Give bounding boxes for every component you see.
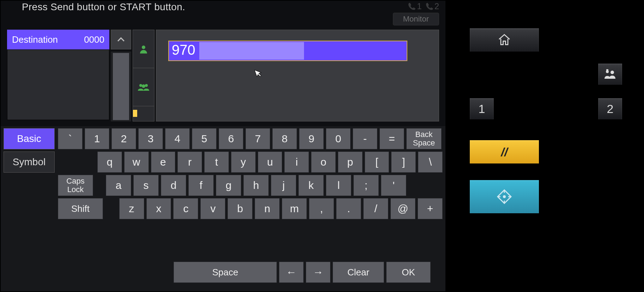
home-button[interactable] (469, 28, 540, 52)
key-slash[interactable]: / (363, 198, 388, 219)
key-j[interactable]: j (271, 175, 296, 196)
key-a[interactable]: a (106, 175, 131, 196)
keyboard-tab-basic[interactable]: Basic (4, 128, 55, 149)
key-bracket-close[interactable]: ] (391, 151, 416, 173)
key-backspace-label2: Space (413, 139, 435, 147)
key-capslock-label2: Lock (67, 185, 84, 194)
key-p[interactable]: p (338, 151, 363, 173)
main-touch-panel: Press Send button or START button. 1 2 M… (0, 0, 446, 292)
contacts-tabs (133, 30, 154, 121)
key-semicolon[interactable]: ; (353, 175, 379, 196)
key-shift[interactable]: Shift (58, 198, 103, 219)
key-m[interactable]: m (282, 198, 307, 219)
key-v[interactable]: v (200, 198, 225, 219)
key-clear[interactable]: Clear (333, 262, 384, 283)
key-8[interactable]: 8 (272, 128, 297, 149)
svg-point-3 (142, 84, 145, 88)
key-s[interactable]: s (133, 175, 159, 196)
key-5[interactable]: 5 (192, 128, 217, 149)
key-backtick[interactable]: ` (58, 128, 83, 149)
key-backslash[interactable]: \ (418, 151, 443, 173)
active-tab-marker (133, 110, 137, 117)
key-q[interactable]: q (97, 151, 122, 173)
key-e[interactable]: e (151, 151, 176, 173)
key-comma[interactable]: , (309, 198, 334, 219)
preset-1-button[interactable]: 1 (469, 97, 494, 120)
key-at[interactable]: @ (390, 198, 415, 219)
hardware-side-panel: 1 2 // (446, 0, 644, 292)
key-z[interactable]: z (119, 198, 144, 219)
key-arrow-right[interactable]: → (306, 262, 330, 283)
home-icon (497, 33, 511, 47)
key-bracket-open[interactable]: [ (365, 151, 389, 173)
destination-header[interactable]: Destination 0000 (7, 30, 109, 49)
monitor-button[interactable]: Monitor (393, 13, 439, 25)
kb-row-1: ` 1 2 3 4 5 6 7 8 9 0 - = Back Space (58, 128, 443, 149)
keyboard-rows: ` 1 2 3 4 5 6 7 8 9 0 - = Back Space (58, 128, 443, 219)
kb-row-2: q w e r t y u i o p [ ] \ (97, 151, 443, 173)
key-space[interactable]: Space (174, 262, 277, 283)
contact-tab-single[interactable] (133, 30, 154, 68)
key-c[interactable]: c (173, 198, 198, 219)
destination-list (7, 49, 109, 120)
key-u[interactable]: u (258, 151, 282, 173)
line1-label: 1 (417, 1, 421, 11)
key-apostrophe[interactable]: ' (381, 175, 406, 196)
accessibility-button[interactable] (597, 63, 623, 85)
contact-tab-group[interactable] (133, 68, 154, 106)
chevron-up-icon (117, 36, 125, 43)
key-l[interactable]: l (326, 175, 351, 196)
key-equals[interactable]: = (379, 128, 404, 149)
kb-row-3: Caps Lock a s d f g h j k l ; ' (58, 175, 443, 196)
key-arrow-left[interactable]: ← (279, 262, 304, 283)
key-4[interactable]: 4 (165, 128, 190, 149)
people-key-icon (604, 69, 616, 79)
reset-button[interactable]: // (469, 139, 540, 164)
key-w[interactable]: w (124, 151, 149, 173)
key-ok[interactable]: OK (386, 262, 431, 283)
number-input-field[interactable]: 970 (168, 41, 407, 61)
top-right-cluster: 1 2 Monitor (393, 1, 439, 25)
key-b[interactable]: b (227, 198, 253, 219)
key-x[interactable]: x (146, 198, 171, 219)
key-backspace[interactable]: Back Space (406, 128, 442, 149)
key-capslock[interactable]: Caps Lock (58, 175, 93, 196)
key-n[interactable]: n (255, 198, 280, 219)
key-plus[interactable]: + (418, 198, 443, 219)
start-button[interactable] (469, 179, 540, 214)
instruction-text: Press Send button or START button. (22, 1, 185, 13)
key-backspace-label1: Back (415, 130, 433, 139)
key-t[interactable]: t (204, 151, 229, 173)
preset-2-button[interactable]: 2 (597, 97, 623, 120)
scroll-up-button[interactable] (111, 30, 131, 49)
key-g[interactable]: g (216, 175, 241, 196)
key-r[interactable]: r (177, 151, 202, 173)
scroll-thumb[interactable] (113, 53, 129, 120)
line1-indicator: 1 (408, 1, 421, 11)
destination-label: Destination (12, 34, 58, 45)
key-0[interactable]: 0 (326, 128, 351, 149)
key-k[interactable]: k (298, 175, 324, 196)
key-d[interactable]: d (161, 175, 186, 196)
key-1[interactable]: 1 (85, 128, 109, 149)
key-y[interactable]: y (231, 151, 256, 173)
scroll-track[interactable] (111, 52, 131, 121)
key-minus[interactable]: - (353, 128, 377, 149)
key-period[interactable]: . (336, 198, 361, 219)
number-input-value: 970 (172, 42, 195, 58)
key-h[interactable]: h (243, 175, 269, 196)
key-9[interactable]: 9 (299, 128, 324, 149)
svg-point-0 (142, 46, 145, 49)
mid-area: Destination 0000 (7, 30, 439, 121)
key-i[interactable]: i (284, 151, 309, 173)
key-6[interactable]: 6 (219, 128, 243, 149)
key-2[interactable]: 2 (111, 128, 136, 149)
key-7[interactable]: 7 (245, 128, 270, 149)
keyboard-tab-symbol[interactable]: Symbol (4, 151, 55, 173)
svg-point-1 (139, 84, 142, 87)
key-3[interactable]: 3 (138, 128, 163, 149)
key-f[interactable]: f (188, 175, 214, 196)
key-o[interactable]: o (311, 151, 336, 173)
person-icon (138, 44, 149, 54)
on-screen-keyboard: Basic Symbol ` 1 2 3 4 5 6 7 8 9 0 - (1, 126, 445, 291)
